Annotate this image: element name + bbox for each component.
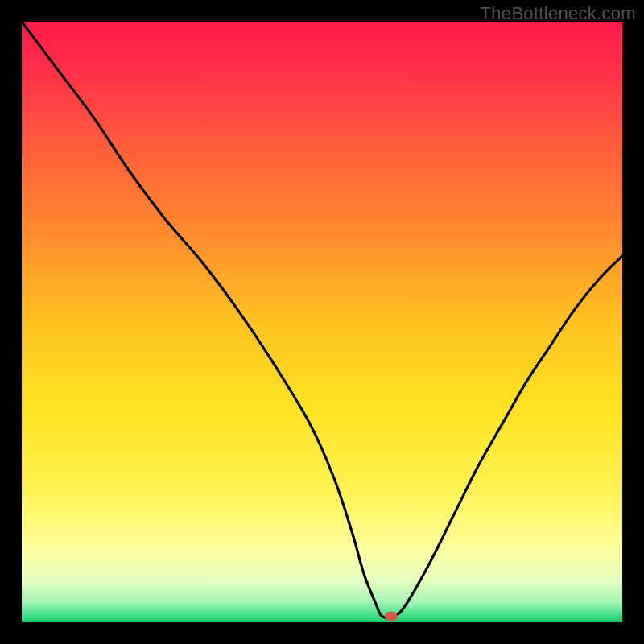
optimum-marker <box>385 612 398 621</box>
chart-frame: TheBottleneck.com <box>0 0 644 644</box>
watermark-text: TheBottleneck.com <box>481 3 636 24</box>
plot-region <box>22 22 622 622</box>
gradient-background <box>22 22 622 622</box>
plot-svg <box>22 22 622 622</box>
